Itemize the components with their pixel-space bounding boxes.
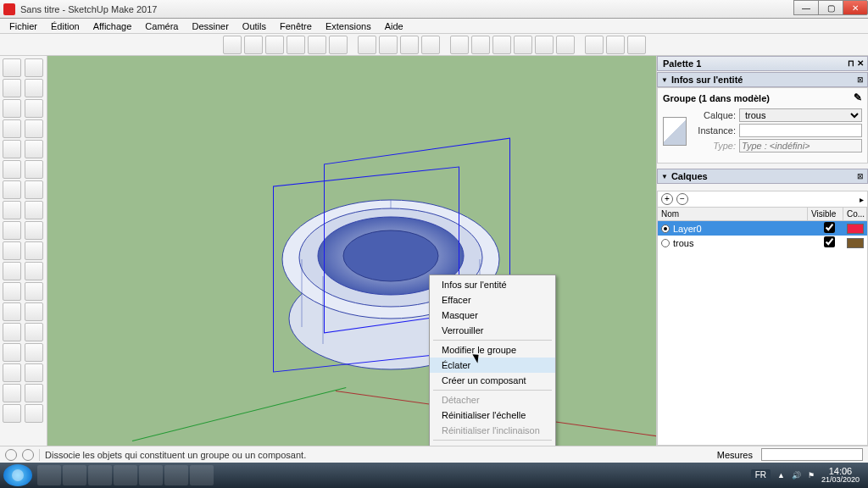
taskbar-item[interactable] [164, 465, 188, 485]
tool-icon[interactable] [25, 302, 43, 321]
col-color[interactable]: Co... [843, 208, 867, 220]
layer-visible-checkbox[interactable] [811, 236, 847, 249]
material-thumbnail[interactable] [663, 117, 687, 146]
tool-icon[interactable] [25, 241, 43, 260]
tool-icon[interactable] [3, 241, 21, 260]
tool-icon[interactable] [25, 323, 43, 341]
tool-button[interactable] [265, 36, 284, 54]
entity-info-header[interactable]: ▼ Infos sur l'entité ⊠ [657, 72, 868, 87]
tool-icon[interactable] [25, 343, 43, 362]
layer-active-radio[interactable] [661, 239, 670, 247]
context-menu-item[interactable]: Éclater [430, 358, 555, 373]
viewport[interactable]: Infos sur l'entitéEffacerMasquerVerrouil… [47, 56, 656, 446]
menu-dessiner[interactable]: Dessiner [186, 20, 234, 32]
tool-icon[interactable] [3, 262, 21, 280]
collapse-icon[interactable]: ▼ [661, 76, 668, 84]
context-menu-item[interactable]: Infos sur l'entité [430, 277, 555, 292]
panel-close-icon[interactable]: ⊠ [857, 172, 864, 180]
menu-affichage[interactable]: Affichage [87, 20, 138, 32]
taskbar-item[interactable] [88, 465, 112, 485]
tool-icon[interactable] [25, 221, 43, 240]
menu-outils[interactable]: Outils [236, 20, 272, 32]
tool-button[interactable] [450, 36, 469, 54]
tool-icon[interactable] [3, 140, 21, 158]
menu-fichier[interactable]: Fichier [3, 20, 43, 32]
tool-icon[interactable] [3, 302, 21, 321]
layer-color-swatch[interactable] [847, 238, 864, 248]
close-button[interactable]: ✕ [843, 0, 868, 15]
tool-icon[interactable] [25, 119, 43, 138]
layer-color-swatch[interactable] [847, 224, 864, 234]
taskbar-item[interactable] [114, 465, 137, 485]
tool-button[interactable] [627, 36, 646, 54]
instance-input[interactable] [739, 124, 862, 137]
context-menu-item[interactable]: Verrouiller [430, 323, 555, 338]
panel-pin-icon[interactable]: ⊓ ✕ [848, 58, 864, 68]
tool-icon[interactable] [3, 221, 21, 240]
col-visible[interactable]: Visible [808, 208, 843, 220]
tool-icon[interactable] [3, 160, 21, 179]
language-indicator[interactable]: FR [751, 469, 771, 480]
layer-menu-icon[interactable]: ▸ [860, 195, 864, 204]
tool-button[interactable] [379, 36, 398, 54]
tool-button[interactable] [492, 36, 511, 54]
menu-camera[interactable]: Caméra [139, 20, 184, 32]
geo-icon[interactable] [5, 449, 17, 461]
tool-icon[interactable] [25, 180, 43, 199]
tool-icon[interactable] [3, 363, 21, 382]
tool-button[interactable] [556, 36, 575, 54]
tool-button[interactable] [329, 36, 348, 54]
collapse-icon[interactable]: ▼ [661, 173, 668, 180]
tool-button[interactable] [287, 36, 305, 54]
tool-icon[interactable] [25, 160, 43, 179]
tool-icon[interactable] [3, 180, 21, 199]
measures-input[interactable] [761, 448, 863, 461]
tool-icon[interactable] [3, 99, 21, 118]
context-menu-item[interactable]: Effacer [430, 292, 555, 308]
tray-icon[interactable]: ⚑ [808, 471, 815, 480]
layer-row[interactable]: Layer0 [658, 221, 867, 236]
tool-icon[interactable] [3, 119, 21, 138]
tool-icon[interactable] [3, 323, 21, 341]
tool-icon[interactable] [25, 58, 43, 77]
taskbar-item[interactable] [37, 465, 61, 485]
tool-icon[interactable] [25, 404, 43, 423]
tool-button[interactable] [535, 36, 554, 54]
context-menu-item[interactable]: Masquer [430, 308, 555, 323]
tool-icon[interactable] [25, 140, 43, 158]
palette-header[interactable]: Palette 1 ⊓ ✕ [657, 56, 868, 71]
edit-icon[interactable]: ✎ [854, 92, 862, 103]
layer-visible-checkbox[interactable] [811, 222, 847, 235]
tray-icon[interactable]: 🔊 [792, 471, 801, 480]
clock[interactable]: 14:06 21/03/2020 [821, 466, 860, 485]
select-tool-icon[interactable] [3, 58, 21, 77]
tool-icon[interactable] [3, 343, 21, 362]
tool-button[interactable] [244, 36, 263, 54]
tool-icon[interactable] [3, 404, 21, 423]
tool-button[interactable] [421, 36, 440, 54]
tool-button[interactable] [585, 36, 604, 54]
tool-icon[interactable] [25, 363, 43, 382]
layer-select[interactable]: trous [739, 108, 862, 122]
layers-header[interactable]: ▼ Calques ⊠ [657, 169, 868, 184]
tool-icon[interactable] [3, 201, 21, 219]
context-menu-item[interactable]: Réinitialiser l'échelle [430, 408, 555, 423]
tool-button[interactable] [358, 36, 376, 54]
menu-fenetre[interactable]: Fenêtre [274, 20, 318, 32]
minimize-button[interactable]: — [793, 0, 819, 15]
tool-button[interactable] [400, 36, 419, 54]
tool-button[interactable] [308, 36, 326, 54]
tool-icon[interactable] [25, 79, 43, 97]
menu-aide[interactable]: Aide [379, 20, 409, 32]
taskbar-item[interactable] [190, 465, 214, 485]
layer-row[interactable]: trous [658, 236, 867, 250]
tray-icon[interactable]: ▲ [777, 471, 785, 480]
context-menu-item[interactable]: Modifier le groupe [430, 342, 555, 358]
tool-icon[interactable] [25, 262, 43, 280]
remove-layer-button[interactable]: − [676, 193, 688, 205]
tool-icon[interactable] [3, 384, 21, 402]
maximize-button[interactable]: ▢ [818, 0, 843, 15]
layer-active-radio[interactable] [661, 225, 670, 233]
credits-icon[interactable] [22, 449, 34, 461]
tool-button[interactable] [514, 36, 532, 54]
